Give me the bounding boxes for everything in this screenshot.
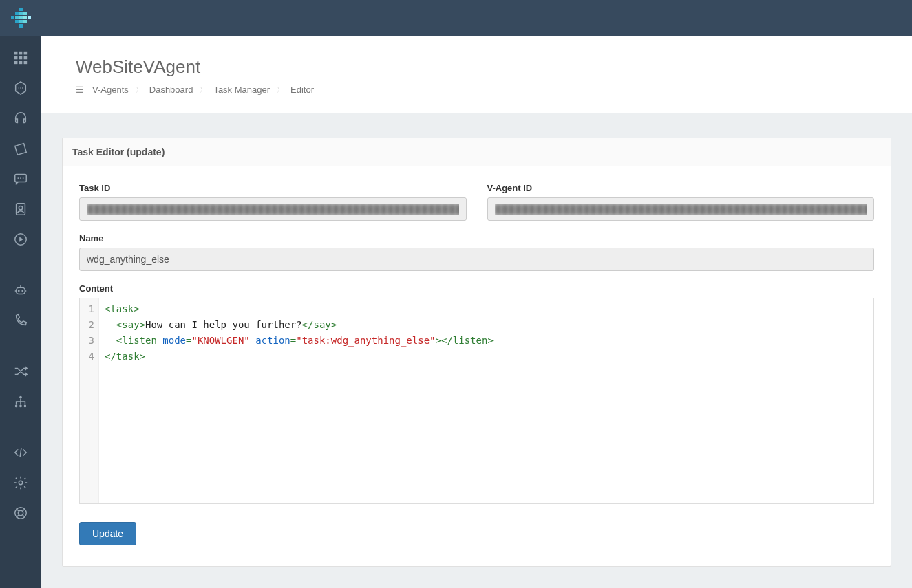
name-input[interactable] [79, 248, 874, 271]
svg-point-11 [22, 87, 23, 88]
content-label: Content [79, 283, 874, 294]
svg-rect-4 [19, 56, 23, 60]
topbar [0, 0, 912, 36]
svg-point-13 [17, 177, 19, 179]
code-content[interactable]: <task> <say>How can I help you further?<… [99, 298, 873, 503]
svg-rect-16 [17, 204, 25, 215]
svg-rect-0 [14, 52, 18, 55]
sidebar [0, 36, 41, 588]
gear-icon[interactable] [0, 468, 41, 498]
task-id-input[interactable] [79, 197, 467, 221]
robot-icon[interactable] [0, 275, 41, 305]
svg-point-20 [18, 290, 20, 292]
vagent-id-input[interactable] [487, 197, 875, 221]
svg-point-10 [20, 87, 21, 88]
sitemap-icon[interactable] [0, 386, 41, 417]
svg-point-23 [15, 405, 18, 408]
svg-point-9 [19, 87, 19, 88]
breadcrumb-menu-icon[interactable]: ☰ [76, 85, 84, 95]
svg-point-24 [19, 405, 22, 408]
breadcrumb-editor[interactable]: Editor [290, 85, 314, 95]
phone-icon[interactable] [0, 305, 41, 336]
code-gutter: 1234 [80, 298, 99, 503]
svg-rect-5 [24, 56, 28, 60]
page-header: WebSiteVAgent ☰ V-Agents 〉 Dashboard 〉 T… [41, 36, 912, 113]
chevron-right-icon: 〉 [136, 85, 142, 95]
svg-point-26 [19, 481, 23, 485]
chat-icon[interactable] [0, 164, 41, 194]
chevron-right-icon: 〉 [277, 85, 284, 95]
update-button[interactable]: Update [79, 522, 136, 545]
main-content: WebSiteVAgent ☰ V-Agents 〉 Dashboard 〉 T… [41, 36, 912, 588]
svg-rect-1 [19, 52, 23, 55]
breadcrumb-task-manager[interactable]: Task Manager [213, 85, 270, 95]
app-logo [11, 8, 32, 28]
panel-title: Task Editor (update) [63, 138, 891, 166]
svg-point-21 [21, 290, 23, 292]
task-id-label: Task ID [79, 183, 467, 193]
shuffle-icon[interactable] [0, 356, 41, 386]
svg-rect-7 [19, 61, 23, 65]
svg-point-25 [24, 405, 27, 408]
svg-rect-6 [14, 61, 18, 65]
code-icon[interactable] [0, 437, 41, 468]
name-label: Name [79, 233, 874, 243]
vagent-id-label: V-Agent ID [487, 183, 875, 193]
svg-rect-19 [17, 287, 25, 294]
apps-icon[interactable] [0, 43, 41, 73]
svg-point-22 [19, 396, 22, 399]
svg-point-28 [18, 510, 23, 515]
svg-point-14 [20, 177, 21, 179]
task-editor-panel: Task Editor (update) Task ID V-Agent ID … [62, 138, 891, 567]
breadcrumb-dashboard[interactable]: Dashboard [149, 85, 193, 95]
chevron-right-icon: 〉 [200, 85, 206, 95]
ticket-icon[interactable] [0, 133, 41, 164]
svg-rect-8 [24, 61, 28, 65]
headset-icon[interactable] [0, 103, 41, 133]
svg-point-17 [19, 206, 23, 210]
breadcrumb: ☰ V-Agents 〉 Dashboard 〉 Task Manager 〉 … [76, 85, 878, 95]
svg-rect-2 [24, 52, 28, 55]
contact-icon[interactable] [0, 194, 41, 224]
hexagon-icon[interactable] [0, 73, 41, 103]
life-ring-icon[interactable] [0, 498, 41, 528]
svg-point-15 [23, 177, 24, 179]
code-editor[interactable]: 1234 <task> <say>How can I help you furt… [79, 298, 874, 504]
play-icon[interactable] [0, 224, 41, 254]
page-title: WebSiteVAgent [76, 56, 878, 78]
svg-rect-3 [14, 56, 18, 60]
breadcrumb-root[interactable]: V-Agents [92, 85, 129, 95]
